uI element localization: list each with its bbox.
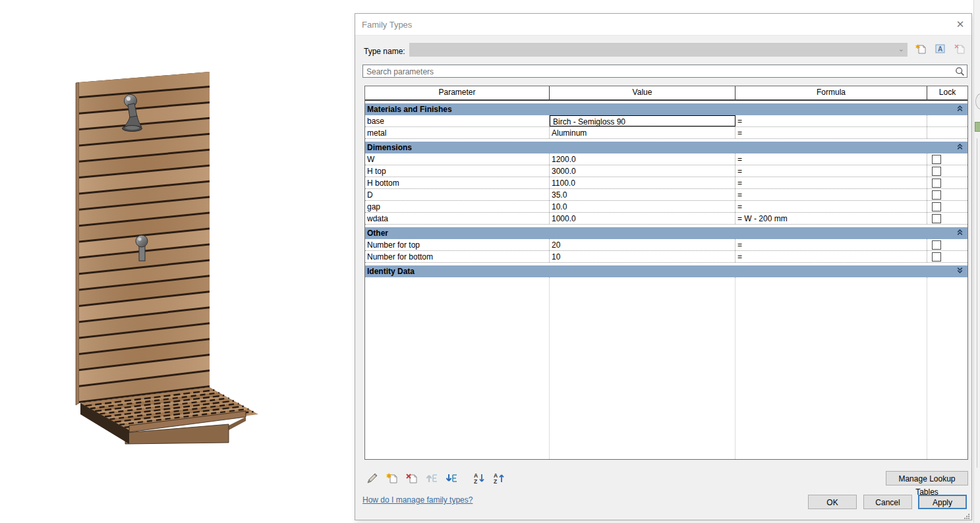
formula-cell[interactable]: = W - 200 mm	[735, 213, 927, 224]
svg-text:✱: ✱	[386, 472, 391, 480]
resize-grip-icon[interactable]	[964, 512, 969, 518]
parameter-name-cell[interactable]: gap	[365, 201, 550, 212]
section-title: Other	[367, 229, 956, 238]
lock-checkbox[interactable]	[932, 167, 941, 176]
value-cell[interactable]: 20	[550, 239, 735, 250]
table-empty-area	[365, 277, 967, 460]
svg-text:✱: ✱	[915, 43, 921, 50]
model-viewport[interactable]	[56, 63, 274, 458]
section-header-dimensions[interactable]: Dimensions	[365, 142, 967, 153]
move-down-button[interactable]	[445, 472, 458, 485]
parameter-row-base: baseBirch - Semigloss 90=	[365, 115, 967, 127]
background-icon	[975, 94, 980, 109]
search-input[interactable]	[365, 66, 948, 78]
formula-cell[interactable]: =	[735, 201, 927, 212]
parameter-name-cell[interactable]: H bottom	[365, 177, 550, 188]
rename-type-icon: A	[934, 43, 946, 55]
lock-checkbox[interactable]	[932, 155, 941, 164]
cancel-button[interactable]: Cancel	[863, 495, 912, 509]
value-cell[interactable]: 1100.0	[550, 177, 735, 188]
formula-cell[interactable]: =	[735, 165, 927, 177]
lock-cell	[927, 115, 967, 126]
background-swatch	[975, 122, 980, 132]
parameter-name-cell[interactable]: metal	[365, 127, 550, 138]
dialog-titlebar[interactable]: Family Types ✕	[355, 14, 971, 36]
dialog-title: Family Types	[362, 20, 412, 30]
formula-cell[interactable]: =	[735, 153, 927, 165]
value-cell[interactable]: Aluminum	[550, 127, 735, 138]
collapse-chevron-down-icon[interactable]	[956, 267, 964, 276]
section-header-materials-and-finishes[interactable]: Materials and Finishes	[365, 103, 967, 115]
formula-cell[interactable]: =	[735, 115, 927, 126]
parameter-name-cell[interactable]: Number for bottom	[365, 251, 550, 262]
parameter-name-cell[interactable]: wdata	[365, 213, 550, 224]
rename-type-button[interactable]: A	[934, 43, 946, 55]
column-header-parameter[interactable]: Parameter	[365, 86, 550, 99]
value-cell[interactable]: 3000.0	[550, 165, 735, 177]
column-header-formula[interactable]: Formula	[735, 86, 927, 99]
new-parameter-button[interactable]: ✱	[386, 472, 399, 485]
svg-text:Z: Z	[474, 478, 477, 485]
parameter-name-cell[interactable]: Number for top	[365, 239, 550, 250]
value-cell[interactable]: Birch - Semigloss 90	[550, 115, 735, 126]
lock-checkbox[interactable]	[932, 214, 941, 223]
formula-cell[interactable]: =	[735, 239, 927, 250]
lock-cell	[927, 213, 967, 224]
parameter-row-number-for-top: Number for top20=	[365, 239, 967, 251]
formula-cell[interactable]: =	[735, 251, 927, 262]
section-header-identity-data[interactable]: Identity Data	[365, 265, 967, 277]
close-icon[interactable]: ✕	[954, 18, 966, 30]
lock-checkbox[interactable]	[932, 240, 941, 250]
delete-parameter-button[interactable]	[405, 472, 418, 485]
sort-descending-button[interactable]: A Z	[493, 472, 506, 485]
parameter-row-gap: gap10.0=	[365, 201, 967, 213]
parameter-row-d: D35.0=	[365, 189, 967, 201]
formula-cell[interactable]: =	[735, 177, 927, 188]
chevron-down-icon[interactable]: ⌄	[898, 45, 904, 53]
lock-checkbox[interactable]	[932, 252, 941, 262]
lock-checkbox[interactable]	[932, 179, 941, 188]
apply-button[interactable]: Apply	[918, 495, 967, 509]
edit-parameter-button[interactable]	[366, 472, 379, 485]
formula-cell[interactable]: =	[735, 189, 927, 200]
ok-button[interactable]: OK	[808, 495, 857, 509]
value-cell[interactable]: 10.0	[550, 201, 735, 212]
value-cell[interactable]: 10	[550, 251, 735, 262]
new-type-button[interactable]: ✱	[915, 43, 927, 55]
svg-text:A: A	[938, 45, 942, 53]
parameter-row-h-top: H top3000.0=	[365, 165, 967, 177]
section-header-other[interactable]: Other	[365, 227, 967, 239]
parameter-name-cell[interactable]: D	[365, 189, 550, 200]
type-name-combobox[interactable]: ⌄	[409, 43, 908, 57]
svg-text:Z: Z	[494, 478, 497, 485]
collapse-chevron-up-icon[interactable]	[956, 229, 964, 238]
collapse-chevron-up-icon[interactable]	[956, 143, 964, 152]
column-header-lock[interactable]: Lock	[927, 86, 967, 99]
background-app-edge	[973, 0, 980, 523]
value-cell[interactable]: 1000.0	[550, 213, 735, 224]
column-header-value[interactable]: Value	[550, 86, 735, 99]
outdoor-shower-model	[56, 63, 274, 458]
section-title: Identity Data	[367, 267, 956, 276]
sort-descending-icon: A Z	[493, 472, 506, 485]
sort-ascending-button[interactable]: A Z	[473, 472, 486, 485]
move-down-icon	[445, 472, 458, 485]
manage-lookup-tables-button[interactable]: Manage Lookup Tables	[886, 471, 968, 485]
parameter-name-cell[interactable]: base	[365, 115, 550, 126]
parameter-name-cell[interactable]: H top	[365, 165, 550, 177]
value-cell[interactable]: 1200.0	[550, 153, 735, 165]
collapse-chevron-up-icon[interactable]	[956, 105, 964, 114]
delete-type-button[interactable]	[954, 43, 966, 55]
move-up-icon	[425, 472, 438, 485]
formula-cell[interactable]: =	[735, 127, 927, 138]
parameter-name-cell[interactable]: W	[365, 153, 550, 165]
help-link[interactable]: How do I manage family types?	[362, 495, 473, 505]
value-cell[interactable]: 35.0	[550, 189, 735, 200]
search-icon[interactable]	[955, 67, 965, 78]
lock-checkbox[interactable]	[932, 190, 941, 200]
edit-parameter-icon	[366, 472, 379, 485]
move-up-button[interactable]	[425, 472, 438, 485]
lock-cell	[927, 153, 967, 165]
lock-checkbox[interactable]	[932, 202, 941, 211]
lock-cell	[927, 251, 967, 262]
